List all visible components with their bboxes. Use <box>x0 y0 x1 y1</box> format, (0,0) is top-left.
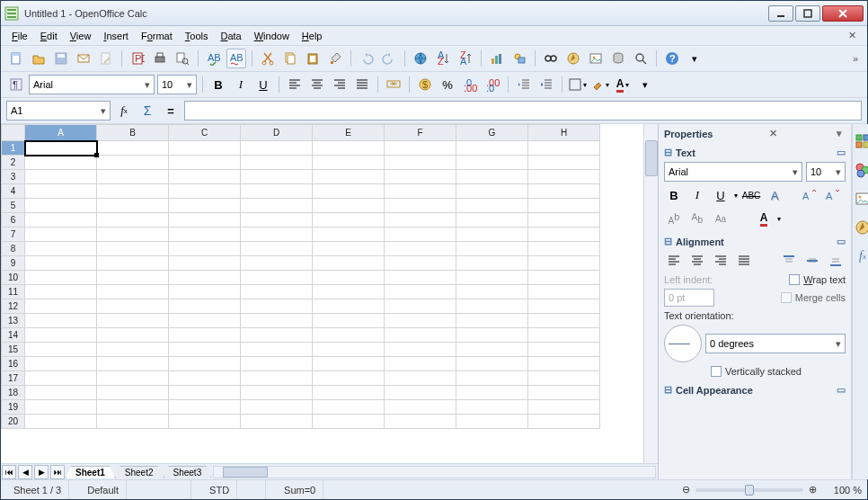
row-header[interactable]: 5 <box>2 199 25 213</box>
cell[interactable] <box>385 271 456 285</box>
cell[interactable] <box>313 371 385 386</box>
insert-chart-icon[interactable] <box>487 49 507 68</box>
cell[interactable] <box>313 242 385 256</box>
cell[interactable] <box>313 271 385 285</box>
cell[interactable] <box>97 328 169 343</box>
cell[interactable] <box>25 285 97 299</box>
cell[interactable] <box>456 242 528 256</box>
cell[interactable] <box>528 228 600 242</box>
cell[interactable] <box>169 328 241 343</box>
panel-close-icon[interactable]: ✕ <box>766 128 781 139</box>
cell[interactable] <box>313 141 385 156</box>
cell[interactable] <box>528 357 600 371</box>
cell[interactable] <box>97 199 169 213</box>
cell-reference-box[interactable]: A1▾ <box>6 101 111 121</box>
col-header[interactable]: D <box>241 125 313 141</box>
undo-icon[interactable] <box>357 49 376 68</box>
cell[interactable] <box>528 213 600 228</box>
align-center-icon[interactable] <box>307 75 327 94</box>
function-wizard-icon[interactable]: fx <box>114 101 134 121</box>
cell[interactable] <box>241 271 313 285</box>
side-size-combo[interactable]: 10▾ <box>806 162 846 182</box>
cell[interactable] <box>528 314 600 328</box>
cell[interactable] <box>25 199 97 213</box>
cell[interactable] <box>456 400 528 415</box>
row-header[interactable]: 15 <box>2 343 25 357</box>
cell[interactable] <box>528 328 600 343</box>
cell[interactable] <box>25 228 97 242</box>
orientation-combo[interactable]: 0 degrees▾ <box>705 334 846 353</box>
row-header[interactable]: 20 <box>2 415 25 429</box>
zoom-icon[interactable] <box>631 49 651 68</box>
side-fontcolor-icon[interactable]: A <box>754 209 774 228</box>
spellcheck-icon[interactable]: ABC <box>204 49 224 68</box>
row-header[interactable]: 11 <box>2 285 25 299</box>
cell[interactable] <box>313 285 385 299</box>
toolbar-dropdown-icon[interactable]: ▾ <box>635 75 655 94</box>
cell[interactable] <box>25 141 97 156</box>
section-expand-icon[interactable]: ▭ <box>837 384 846 396</box>
tab-nav-next-icon[interactable]: ▶ <box>34 465 49 479</box>
maximize-button[interactable] <box>795 5 820 22</box>
percent-icon[interactable]: % <box>438 75 457 94</box>
borders-icon[interactable]: ▾ <box>568 75 588 94</box>
cell[interactable] <box>528 199 600 213</box>
cell[interactable] <box>385 400 456 415</box>
cell[interactable] <box>456 371 528 386</box>
side-underline-icon[interactable]: U <box>711 185 731 205</box>
cell[interactable] <box>313 386 385 400</box>
zoom-value[interactable]: 100 % <box>822 485 862 496</box>
cell[interactable] <box>25 156 97 170</box>
tab-nav-first-icon[interactable]: ⏮ <box>2 465 16 479</box>
cell[interactable] <box>313 199 385 213</box>
cell[interactable] <box>456 184 528 199</box>
cell[interactable] <box>241 415 313 429</box>
toolbar-overflow-icon[interactable]: » <box>849 53 862 64</box>
cell[interactable] <box>456 156 528 170</box>
side-shadow-icon[interactable]: A <box>765 185 784 205</box>
menu-data[interactable]: Data <box>215 29 246 43</box>
print-icon[interactable] <box>150 49 170 68</box>
cell[interactable] <box>241 386 313 400</box>
panel-menu-icon[interactable]: ▾ <box>833 128 846 139</box>
cell[interactable] <box>456 256 528 271</box>
row-header[interactable]: 3 <box>2 170 25 184</box>
cell[interactable] <box>528 299 600 314</box>
cell[interactable] <box>25 386 97 400</box>
function-equals-icon[interactable]: = <box>161 101 181 121</box>
cell[interactable] <box>97 242 169 256</box>
italic-icon[interactable]: I <box>231 75 251 94</box>
help-icon[interactable]: ? <box>662 49 682 68</box>
close-button[interactable] <box>822 5 864 22</box>
cell[interactable] <box>241 242 313 256</box>
cell[interactable] <box>456 271 528 285</box>
cell[interactable] <box>25 400 97 415</box>
status-sum[interactable]: Sum=0 <box>277 480 323 499</box>
cell[interactable] <box>385 314 456 328</box>
zoom-out-icon[interactable]: ⊖ <box>682 484 690 496</box>
col-header[interactable]: G <box>456 125 528 141</box>
cell[interactable] <box>169 228 241 242</box>
cell[interactable] <box>97 343 169 357</box>
tab-nav-last-icon[interactable]: ⏭ <box>50 465 65 479</box>
cell[interactable] <box>313 156 385 170</box>
cell[interactable] <box>241 141 313 156</box>
menu-tools[interactable]: Tools <box>180 29 214 43</box>
vertical-scrollbar[interactable] <box>643 124 658 463</box>
cell[interactable] <box>97 386 169 400</box>
cell[interactable] <box>169 141 241 156</box>
cell[interactable] <box>25 242 97 256</box>
edit-file-icon[interactable] <box>96 49 116 68</box>
cell[interactable] <box>241 256 313 271</box>
cell[interactable] <box>313 343 385 357</box>
menu-edit[interactable]: Edit <box>35 29 63 43</box>
paste-icon[interactable] <box>303 49 323 68</box>
cell[interactable] <box>456 314 528 328</box>
cell[interactable] <box>169 184 241 199</box>
side-valign-bot-icon[interactable] <box>826 251 846 271</box>
formula-input[interactable] <box>184 101 862 121</box>
cell[interactable] <box>385 184 456 199</box>
cell[interactable] <box>241 156 313 170</box>
sidetab-navigator-icon[interactable] <box>853 218 868 237</box>
status-style[interactable]: Default <box>80 480 127 499</box>
